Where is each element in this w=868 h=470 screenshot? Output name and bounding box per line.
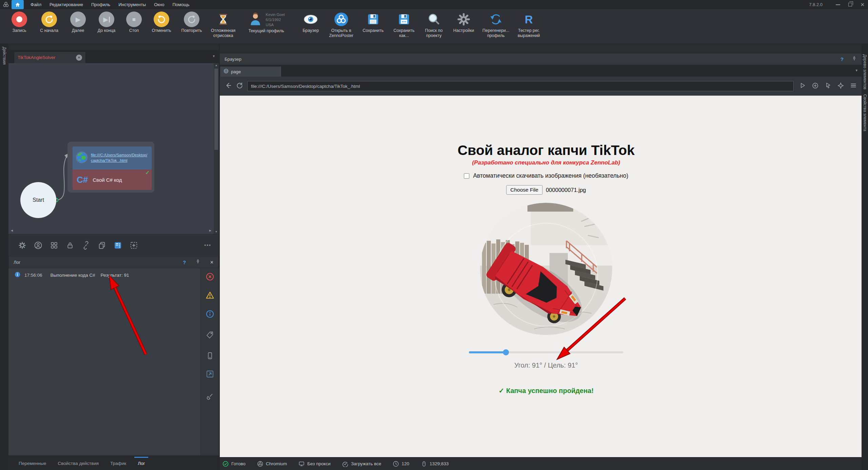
clear-log-icon[interactable] (206, 392, 214, 403)
tab-action-properties[interactable]: Свойства действия (58, 457, 99, 470)
copy-icon[interactable] (97, 240, 107, 250)
auto-download-checkbox[interactable] (464, 173, 469, 179)
menu-window[interactable]: Окно (150, 0, 168, 9)
settings-button[interactable]: Настройки (448, 12, 479, 33)
start-node[interactable]: Start (20, 182, 56, 218)
log-export-icon[interactable] (206, 330, 214, 340)
run-to-end-button[interactable]: ▶ До конца (92, 12, 121, 33)
log-info-filter-icon[interactable] (206, 310, 214, 320)
notes-panel-icon[interactable] (113, 240, 122, 250)
play-icon: ▶ (70, 12, 86, 27)
log-warnings-filter-icon[interactable] (206, 291, 214, 301)
regenerate-profile-button[interactable]: Перегенери... профиль (479, 12, 513, 38)
log-entry[interactable]: 17:56:06 Выполнение кода C# Результат: 9… (8, 268, 219, 278)
browser-navigate-block[interactable]: file:///C:/Users/Samson/Desktop/captcha/… (73, 146, 152, 170)
stop-button[interactable]: ■ Стоп (121, 12, 147, 33)
action-group-block[interactable]: file:///C:/Users/Samson/Desktop/captcha/… (67, 142, 154, 193)
angle-slider[interactable] (469, 349, 623, 355)
save-as-button[interactable]: Сохранить как... (389, 12, 419, 38)
tab-log[interactable]: Лог (138, 457, 145, 470)
log-expand-icon[interactable] (206, 370, 214, 380)
choose-file-button[interactable]: Choose File (506, 185, 542, 195)
minimize-button[interactable] (836, 4, 840, 5)
menu-tools[interactable]: Инструменты (114, 0, 150, 9)
toolstrip-more-icon[interactable]: ••• (204, 242, 211, 248)
close-project-tab-icon[interactable]: ✕ (76, 55, 82, 61)
stop-icon: ■ (126, 12, 142, 27)
browser-pin-icon[interactable] (852, 56, 857, 62)
run-page-icon[interactable] (799, 82, 806, 90)
menu-help[interactable]: Помощь (168, 0, 193, 9)
step-button[interactable]: ▶ Далее (64, 12, 92, 33)
tab-list-dropdown-icon[interactable]: ▾ (213, 54, 215, 58)
project-tab[interactable]: TikTokAngleSolver ✕ (14, 52, 86, 63)
block-url-link[interactable]: file:///C:/Users/Samson/Desktop/captcha/… (91, 153, 149, 163)
status-browser-engine[interactable]: Chromium (257, 461, 287, 467)
browser-menu-icon[interactable] (850, 82, 857, 90)
tab-variables[interactable]: Переменные (19, 457, 46, 470)
status-load-mode[interactable]: Загружать все (342, 461, 381, 467)
actions-dock-tab[interactable]: Действия (2, 47, 7, 65)
csharp-code-block[interactable]: C# Свой C# код ✓ (73, 170, 152, 190)
undo-button[interactable]: Отменить (147, 12, 176, 33)
element-tree-dock-tab[interactable]: Дерево элементов (863, 54, 867, 90)
browser-toggle-button[interactable]: Браузер (296, 12, 325, 33)
link-icon[interactable] (81, 240, 91, 250)
lock-icon[interactable] (65, 240, 75, 250)
restart-icon (41, 12, 57, 27)
scroll-left-icon[interactable]: ◄ (10, 229, 14, 232)
target-element-icon[interactable] (812, 82, 819, 91)
log-panel: 17:56:06 Выполнение кода C# Результат: 9… (8, 268, 219, 455)
project-search-button[interactable]: Поиск по проекту (419, 12, 448, 38)
flowchart-canvas[interactable]: Start file:///C:/Users/Samson/Desktop/ca… (8, 63, 219, 234)
browser-page-tab[interactable]: page (220, 66, 282, 77)
current-profile-button[interactable]: Kevin Goel 6/1/1992 USA Текущий профиль (239, 12, 293, 34)
log-help-icon[interactable]: ? (183, 259, 186, 265)
restart-button[interactable]: С начала (34, 12, 64, 33)
canvas-vertical-scrollbar[interactable]: ▲ ▼ (214, 63, 219, 234)
reload-icon[interactable] (236, 82, 243, 91)
add-action-icon[interactable] (129, 240, 138, 250)
menu-file[interactable]: Файл (26, 0, 45, 9)
deferred-render-button[interactable]: Отложенная отрисовка (207, 12, 239, 38)
record-button[interactable]: Запись (5, 12, 34, 33)
profile-settings-icon[interactable] (33, 240, 43, 250)
browser-help-icon[interactable]: ? (841, 56, 844, 62)
menu-edit[interactable]: Редактирование (45, 0, 87, 9)
chosen-file-name: 0000000071.jpg (546, 187, 586, 193)
auto-download-row: Автоматически скачивать изображения (нео… (464, 172, 629, 179)
scroll-right-icon[interactable]: ► (209, 229, 212, 232)
log-errors-filter-icon[interactable] (206, 272, 214, 282)
highlight-icon[interactable] (837, 82, 844, 91)
back-icon[interactable] (225, 82, 232, 91)
scroll-up-icon[interactable]: ▲ (214, 64, 219, 67)
variables-grid-icon[interactable] (49, 240, 59, 250)
slider-thumb[interactable] (503, 349, 509, 355)
open-in-zennoposter-button[interactable]: Открыть в ZennoPoster (325, 12, 358, 38)
select-element-cursor-icon[interactable] (825, 82, 831, 90)
redo-button[interactable]: Повторить (176, 12, 207, 33)
tab-traffic[interactable]: Трафик (110, 457, 126, 470)
left-dock-strip: Действия (0, 44, 8, 470)
url-input[interactable] (247, 81, 794, 91)
browser-tab-dropdown-icon[interactable]: ▾ (855, 68, 857, 73)
log-close-icon[interactable]: ✕ (210, 260, 214, 265)
log-device-icon[interactable] (206, 352, 214, 361)
close-window-button[interactable]: ✕ (860, 2, 865, 7)
status-timeout[interactable]: 120 (393, 461, 409, 467)
scrollbar-thumb[interactable] (214, 68, 218, 150)
status-proxy[interactable]: Без прокси (298, 461, 331, 467)
menubar: Файл Редактирование Профиль Инструменты … (26, 0, 194, 9)
element-properties-dock-tab[interactable]: Свойства элемента (863, 94, 867, 131)
regex-tester-button[interactable]: R Тестер рег. выражений (513, 12, 545, 38)
hourglass-icon (215, 12, 231, 27)
menu-profile[interactable]: Профиль (87, 0, 114, 9)
scroll-down-icon[interactable]: ▼ (214, 230, 219, 233)
home-button[interactable] (12, 0, 24, 9)
log-pin-icon[interactable] (195, 259, 200, 266)
captcha-image[interactable] (480, 203, 612, 335)
main-area: Действия TikTokAngleSolver ✕ ▾ Star (0, 44, 868, 470)
project-settings-icon[interactable] (17, 240, 27, 250)
restore-button[interactable] (848, 3, 852, 6)
save-button[interactable]: Сохранить (358, 12, 389, 33)
